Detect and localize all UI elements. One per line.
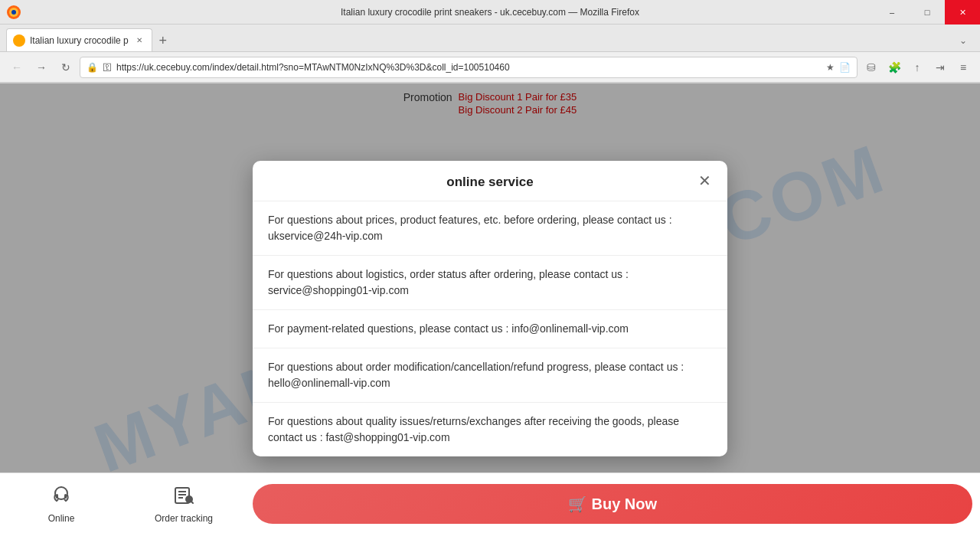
- modal-title: online service: [446, 175, 533, 189]
- container-icon[interactable]: ⛁: [861, 57, 882, 78]
- modal-section-5: For questions about quality issues/retur…: [253, 403, 727, 456]
- modal-section-2: For questions about logistics, order sta…: [253, 256, 727, 310]
- new-tab-button[interactable]: +: [152, 30, 174, 51]
- share-icon[interactable]: ↑: [906, 57, 928, 78]
- order-tracking-label: Order tracking: [155, 513, 213, 524]
- svg-rect-4: [56, 494, 58, 499]
- reload-button[interactable]: ↻: [55, 57, 77, 78]
- order-tracking-nav-item[interactable]: Order tracking: [122, 478, 245, 530]
- forward-toolbar-icon[interactable]: ⇥: [929, 57, 951, 78]
- url-bar[interactable]: 🔒 ⚿ https://uk.cecebuy.com/index/detail.…: [80, 57, 858, 78]
- bottom-nav: Online Order tracking: [0, 478, 245, 530]
- window-title: Italian luxury crocodile print sneakers …: [341, 7, 639, 18]
- toolbar-icons: ⛁ 🧩 ↑ ⇥ ≡: [861, 57, 974, 78]
- maximize-button[interactable]: □: [910, 0, 945, 25]
- online-label: Online: [48, 513, 75, 524]
- bookmark-star-icon[interactable]: ★: [826, 62, 835, 73]
- tab-list-button[interactable]: ⌄: [952, 30, 974, 51]
- tab-favicon: [13, 34, 25, 47]
- modal-close-button[interactable]: ✕: [694, 170, 715, 191]
- address-bar: ← → ↻ 🔒 ⚿ https://uk.cecebuy.com/index/d…: [0, 52, 980, 83]
- title-bar: Italian luxury crocodile print sneakers …: [0, 0, 980, 25]
- window-controls: – □ ✕: [874, 0, 980, 25]
- menu-icon[interactable]: ≡: [952, 57, 974, 78]
- svg-point-2: [11, 10, 16, 15]
- reader-mode-icon[interactable]: 📄: [839, 62, 851, 73]
- security-icon: 🔒: [87, 62, 98, 73]
- buy-now-button[interactable]: 🛒 Buy Now: [253, 484, 972, 524]
- modal-section-4: For questions about order modification/c…: [253, 348, 727, 403]
- modal-body: For questions about prices, product feat…: [253, 201, 727, 456]
- forward-button[interactable]: →: [31, 57, 52, 78]
- online-service-modal: online service ✕ For questions about pri…: [253, 161, 727, 456]
- svg-rect-5: [64, 494, 67, 499]
- modal-section-1: For questions about prices, product feat…: [253, 201, 727, 256]
- svg-line-11: [191, 502, 193, 503]
- extensions-icon[interactable]: 🧩: [884, 57, 905, 78]
- modal-overlay[interactable]: online service ✕ For questions about pri…: [0, 83, 980, 533]
- modal-section-3: For payment-related questions, please co…: [253, 310, 727, 348]
- active-tab[interactable]: Italian luxury crocodile p ✕: [6, 28, 152, 51]
- browser-icon: [6, 5, 21, 20]
- modal-header: online service ✕: [253, 161, 727, 201]
- back-button[interactable]: ←: [6, 57, 28, 78]
- tab-bar: Italian luxury crocodile p ✕ + ⌄: [0, 25, 980, 52]
- headset-icon: [51, 484, 72, 510]
- url-text: https://uk.cecebuy.com/index/detail.html…: [116, 62, 822, 73]
- lock-icon: ⚿: [103, 62, 112, 73]
- bottom-bar: Online Order tracking 🛒 Buy Now: [0, 473, 980, 533]
- tab-close-button[interactable]: ✕: [133, 34, 145, 47]
- minimize-button[interactable]: –: [874, 0, 910, 25]
- close-button[interactable]: ✕: [945, 0, 980, 25]
- tracking-icon: [173, 484, 194, 510]
- online-nav-item[interactable]: Online: [0, 478, 122, 530]
- page-content: MYANTISPYWARE.COM Promotion Big Discount…: [0, 83, 980, 533]
- tab-label: Italian luxury crocodile p: [30, 35, 129, 46]
